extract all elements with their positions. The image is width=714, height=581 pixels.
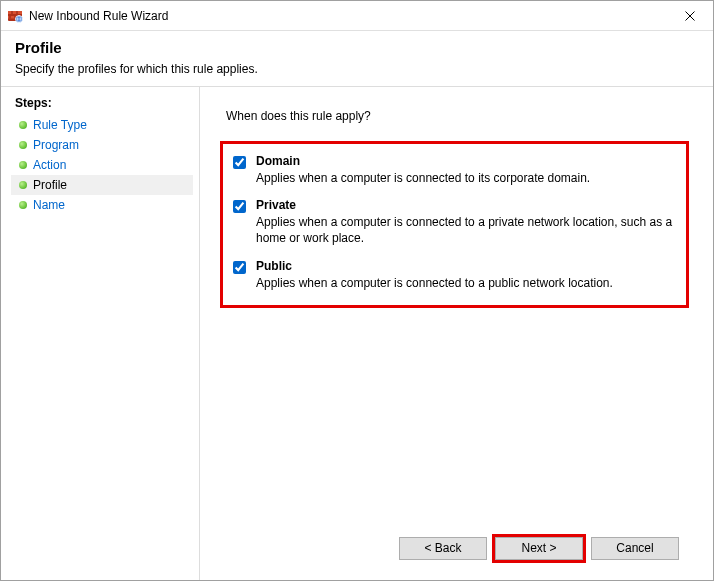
wizard-content: When does this rule apply? Domain Applie… [199,87,713,580]
page-title: Profile [15,39,699,56]
wizard-body: Steps: Rule Type Program Action Profile [1,86,713,580]
wizard-footer: < Back Next > Cancel [220,526,695,570]
profile-public-description: Applies when a computer is connected to … [256,275,676,291]
step-rule-type[interactable]: Rule Type [11,115,193,135]
next-button[interactable]: Next > [495,537,583,560]
close-icon [685,8,695,24]
profile-private-row: Private Applies when a computer is conne… [231,198,676,246]
close-button[interactable] [667,1,713,31]
profile-domain-description: Applies when a computer is connected to … [256,170,676,186]
profiles-highlight: Domain Applies when a computer is connec… [220,141,689,308]
wizard-header: Profile Specify the profiles for which t… [1,31,713,86]
profile-domain-label: Domain [256,154,676,168]
profile-private-description: Applies when a computer is connected to … [256,214,676,246]
step-profile[interactable]: Profile [11,175,193,195]
profile-public-label: Public [256,259,676,273]
wizard-window: New Inbound Rule Wizard Profile Specify … [0,0,714,581]
firewall-icon [7,8,23,24]
profile-public-row: Public Applies when a computer is connec… [231,259,676,291]
step-label: Profile [33,178,67,192]
step-bullet-icon [19,161,27,169]
profile-private-label: Private [256,198,676,212]
profile-private-checkbox[interactable] [233,200,246,213]
step-bullet-icon [19,121,27,129]
step-label: Name [33,198,65,212]
step-name[interactable]: Name [11,195,193,215]
window-title: New Inbound Rule Wizard [29,9,168,23]
content-question: When does this rule apply? [226,109,695,123]
page-subtitle: Specify the profiles for which this rule… [15,62,699,76]
step-label: Program [33,138,79,152]
profile-domain-checkbox[interactable] [233,156,246,169]
step-program[interactable]: Program [11,135,193,155]
step-label: Action [33,158,66,172]
titlebar: New Inbound Rule Wizard [1,1,713,31]
cancel-button[interactable]: Cancel [591,537,679,560]
step-bullet-icon [19,181,27,189]
steps-heading: Steps: [11,93,199,113]
profile-domain-row: Domain Applies when a computer is connec… [231,154,676,186]
back-button[interactable]: < Back [399,537,487,560]
steps-sidebar: Steps: Rule Type Program Action Profile [1,87,199,580]
step-bullet-icon [19,141,27,149]
step-bullet-icon [19,201,27,209]
step-label: Rule Type [33,118,87,132]
step-action[interactable]: Action [11,155,193,175]
profile-public-checkbox[interactable] [233,261,246,274]
svg-rect-1 [8,11,22,14]
